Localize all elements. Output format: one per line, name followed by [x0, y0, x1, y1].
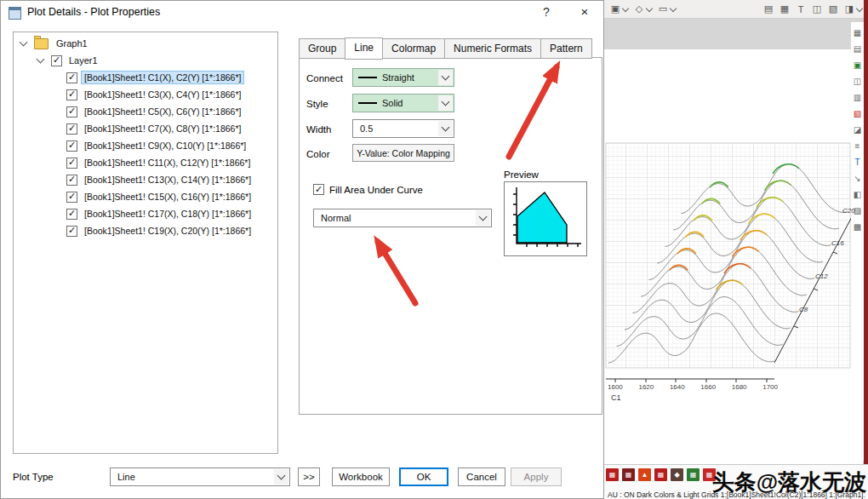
tree-item-label[interactable]: [Book1]Sheet1! C11(X), C12(Y) [1*:1866*] — [82, 157, 253, 169]
combo-arrow[interactable] — [476, 210, 490, 226]
workbook-button[interactable]: Workbook — [332, 467, 390, 486]
curve-label: C12 — [815, 272, 828, 280]
cancel-button[interactable]: Cancel — [458, 467, 505, 486]
style-combo[interactable]: Solid — [352, 94, 454, 112]
combo-arrow[interactable] — [274, 469, 288, 485]
tree-node-layer1[interactable]: ✓ Layer1 — [14, 52, 277, 69]
status-icon[interactable]: ◆ — [671, 468, 683, 481]
dense-grid-icon[interactable]: ▩ — [854, 223, 861, 232]
tree-item-label[interactable]: [Book1]Sheet1! C13(X), C14(Y) [1*:1866*] — [82, 174, 254, 186]
text-tool-icon[interactable]: T — [794, 3, 808, 16]
expander-chevron-icon[interactable] — [37, 55, 45, 64]
tree-item-label[interactable]: [Book1]Sheet1! C15(X), C16(Y) [1*:1866*] — [82, 191, 254, 203]
dialog-titlebar: Plot Details - Plot Properties ? × — [1, 1, 603, 24]
corner-icon[interactable]: ◪ — [854, 126, 861, 135]
tab-numeric-formats[interactable]: Numeric Formats — [444, 38, 541, 59]
status-icon[interactable]: ▦ — [687, 468, 700, 481]
tree-item-label[interactable]: [Book1]Sheet1! C9(X), C10(Y) [1*:1866*] — [82, 140, 248, 152]
help-button[interactable]: ? — [539, 5, 554, 20]
more-options-button[interactable]: >> — [298, 467, 320, 486]
tree-item[interactable]: ✓ [Book1]Sheet1! C19(X), C20(Y) [1*:1866… — [14, 222, 277, 239]
list-icon[interactable]: ≡ — [855, 142, 860, 151]
close-button[interactable]: × — [576, 4, 593, 21]
tree-item[interactable]: ✓ [Book1]Sheet1! C9(X), C10(Y) [1*:1866*… — [14, 137, 277, 154]
checkbox-checked[interactable]: ✓ — [66, 175, 77, 186]
table-icon[interactable]: ▦ — [778, 3, 791, 16]
tree-item[interactable]: ✓ [Book1]Sheet1! C17(X), C18(Y) [1*:1866… — [14, 205, 277, 222]
background-toolbar: ▣ ◇ ▭ ▤ ▦ T ◫ ▧ ◨ — [604, 0, 864, 19]
line-sample-icon — [358, 77, 377, 78]
checkbox-checked[interactable]: ✓ — [66, 209, 77, 220]
apply-button[interactable]: Apply — [511, 467, 562, 486]
combo-arrow[interactable] — [438, 95, 453, 111]
checkbox-checked[interactable]: ✓ — [66, 141, 77, 152]
toolbar-button[interactable]: ▣ — [608, 3, 630, 16]
arrow-tool-icon[interactable]: ↘ — [854, 175, 860, 183]
check-icon: ✓ — [68, 175, 76, 184]
chart-icon[interactable]: ▣ — [854, 61, 861, 70]
toolbar-button[interactable]: ◇ — [632, 3, 654, 16]
tree-item[interactable]: ✓ [Book1]Sheet1! C7(X), C8(Y) [1*:1866*] — [14, 120, 277, 137]
line-tab-panel: Connect Straight Style Solid Width 0.5 C… — [299, 57, 602, 415]
checkbox-checked[interactable]: ✓ — [66, 158, 77, 169]
tree-node-label[interactable]: Graph1 — [54, 37, 90, 49]
text-tool-icon[interactable]: T — [854, 158, 859, 167]
status-bar-icons: ▦ ▦ ▲ ▦ ◆ ▦ ▦ » — [606, 468, 726, 481]
preview-chart — [505, 182, 585, 254]
tree-item[interactable]: ✓ [Book1]Sheet1! C13(X), C14(Y) [1*:1866… — [14, 171, 277, 188]
tab-colormap[interactable]: Colormap — [382, 38, 445, 59]
checkbox-checked[interactable]: ✓ — [66, 192, 77, 203]
status-icon[interactable]: ▦ — [622, 468, 635, 481]
origin-app-background: ▣ ◇ ▭ ▤ ▦ T ◫ ▧ ◨ — [604, 0, 868, 499]
expander-chevron-icon[interactable] — [20, 38, 28, 47]
grid-icon[interactable]: ▤ — [762, 3, 775, 16]
tree-node-label[interactable]: Layer1 — [66, 54, 100, 66]
grid-icon[interactable]: ▦ — [854, 29, 861, 37]
checkbox-checked[interactable]: ✓ — [66, 123, 77, 135]
combo-arrow[interactable] — [438, 70, 453, 85]
panel-icon[interactable]: ◫ — [854, 77, 861, 86]
combo-arrow[interactable] — [438, 121, 453, 136]
ok-button[interactable]: OK — [399, 467, 448, 486]
plot-type-combo[interactable]: Line — [110, 467, 290, 486]
tree-item-label[interactable]: [Book1]Sheet1! C17(X), C18(Y) [1*:1866*] — [82, 208, 254, 220]
tree-node-graph1[interactable]: Graph1 — [14, 35, 277, 52]
checkbox-checked[interactable]: ✓ — [66, 72, 77, 83]
toolbar-button[interactable]: ◨ — [842, 3, 864, 16]
tree-item-label[interactable]: [Book1]Sheet1! C1(X), C2(Y) [1*:1866*] — [82, 72, 243, 83]
tree-item-label[interactable]: [Book1]Sheet1! C7(X), C8(Y) [1*:1866*] — [82, 123, 243, 135]
check-icon: ✓ — [53, 55, 60, 65]
tree-item[interactable]: ✓ [Book1]Sheet1! C15(X), C16(Y) [1*:1866… — [14, 188, 277, 205]
tree-item[interactable]: ✓ [Book1]Sheet1! C11(X), C12(Y) [1*:1866… — [14, 154, 277, 171]
checkbox-checked[interactable]: ✓ — [66, 89, 77, 100]
status-icon[interactable]: ▦ — [654, 468, 667, 481]
fill-area-checkbox[interactable]: ✓ — [313, 184, 324, 195]
half-grid-icon[interactable]: ◧ — [854, 191, 861, 199]
panel-icon[interactable]: ◫ — [810, 3, 824, 16]
checkbox-checked[interactable]: ✓ — [66, 226, 77, 237]
preview-box — [504, 181, 587, 256]
tree-item[interactable]: ✓ [Book1]Sheet1! C3(X), C4(Y) [1*:1866*] — [14, 86, 277, 103]
fill-mode-combo[interactable]: Normal — [313, 209, 492, 227]
tree-item[interactable]: ✓ [Book1]Sheet1! C1(X), C2(Y) [1*:1866*] — [14, 69, 277, 86]
columns-icon[interactable]: ▥ — [854, 94, 861, 102]
tree-item-label[interactable]: [Book1]Sheet1! C3(X), C4(Y) [1*:1866*] — [82, 89, 243, 100]
tab-line[interactable]: Line — [345, 37, 383, 60]
hatch-icon[interactable]: ▧ — [826, 3, 840, 16]
x-tick: 1700 — [762, 383, 778, 391]
checkbox-checked[interactable]: ✓ — [66, 106, 77, 118]
toolbar-button[interactable]: ▭ — [656, 3, 677, 16]
connect-combo[interactable]: Straight — [352, 68, 454, 87]
hatch-icon[interactable]: ▧ — [854, 110, 861, 118]
color-mapping-button[interactable]: Y-Value: Color Mapping — [352, 144, 454, 162]
checkbox-checked[interactable]: ✓ — [51, 55, 62, 66]
width-combo[interactable]: 0.5 — [352, 119, 454, 138]
status-icon[interactable]: ▦ — [606, 468, 619, 481]
tab-group[interactable]: Group — [299, 38, 345, 59]
tab-pattern[interactable]: Pattern — [540, 38, 592, 59]
tree-item[interactable]: ✓ [Book1]Sheet1! C5(X), C6(Y) [1*:1866*] — [14, 103, 277, 120]
status-icon[interactable]: ▲ — [638, 468, 651, 481]
rows-icon[interactable]: ▤ — [854, 45, 861, 54]
tree-item-label[interactable]: [Book1]Sheet1! C5(X), C6(Y) [1*:1866*] — [82, 106, 243, 118]
tree-item-label[interactable]: [Book1]Sheet1! C19(X), C20(Y) [1*:1866*] — [82, 225, 254, 237]
